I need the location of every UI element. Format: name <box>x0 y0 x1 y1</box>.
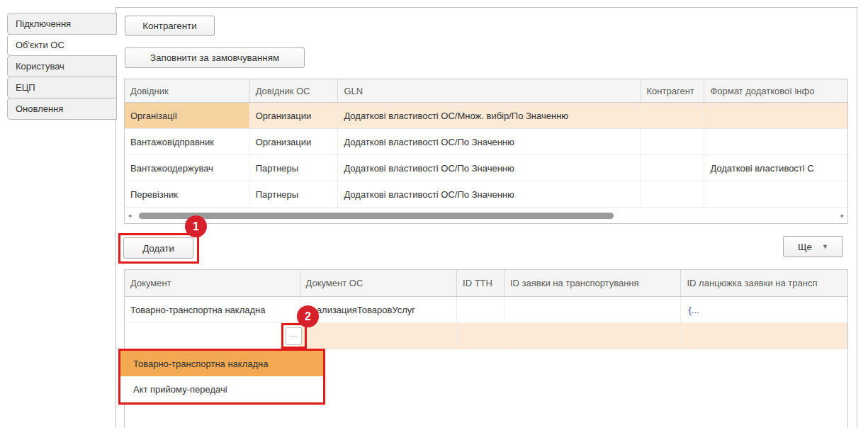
document-type-dropdown: Товарно-транспортна накладна Акт прийому… <box>120 351 323 402</box>
cell-document-os[interactable] <box>300 323 458 349</box>
horizontal-scrollbar[interactable]: ◄ ► <box>125 208 847 223</box>
cell-directory-os[interactable]: Организации <box>250 129 339 154</box>
cell-directory-os[interactable]: Партнеры <box>250 181 339 207</box>
dropdown-item-waybill[interactable]: Товарно-транспортна накладна <box>120 351 323 376</box>
dropdown-item-acceptance-act[interactable]: Акт прийому-передачі <box>120 376 323 402</box>
documents-table-header: Документ Документ ОС ID ТТН ID заявки на… <box>125 270 847 297</box>
fill-by-default-button[interactable]: Заповнити за замовчуванням <box>125 47 305 68</box>
cell-extra-info-format[interactable] <box>704 181 847 207</box>
column-header-id-transport-request[interactable]: ID заявки на транспортування <box>505 270 682 296</box>
cell-counterparty[interactable] <box>641 155 705 181</box>
column-header-document-os[interactable]: Документ ОС <box>300 270 458 296</box>
cell-id-ttn[interactable] <box>457 323 505 349</box>
cell-directory[interactable]: Вантажоодержувач <box>125 155 250 181</box>
cell-id-ttn[interactable] <box>457 297 505 322</box>
cell-counterparty[interactable] <box>641 181 705 207</box>
cell-extra-info-format[interactable]: Додаткові властивості С <box>704 155 847 181</box>
table-row-consignee[interactable]: Вантажоодержувач Партнеры Додаткові влас… <box>125 155 847 181</box>
column-header-directory-os[interactable]: Довідник ОС <box>250 79 339 102</box>
documents-table: Документ Документ ОС ID ТТН ID заявки на… <box>124 269 848 428</box>
table-row-new[interactable]: ... <box>125 323 847 349</box>
cell-gln[interactable]: Додаткові властивості ОС/По Значенню <box>338 129 641 154</box>
tab-digital-signature[interactable]: ЕЦП <box>7 77 117 98</box>
choose-value-button[interactable]: ... <box>286 327 302 345</box>
cell-gln[interactable]: Додаткові властивості ОС/По Значенню <box>338 181 641 207</box>
column-header-document[interactable]: Документ <box>125 270 300 296</box>
column-header-directory[interactable]: Довідник <box>125 79 250 102</box>
cell-document[interactable]: Товарно-транспортна накладна <box>125 297 300 322</box>
counterparties-button[interactable]: Контрагенти <box>125 16 215 36</box>
tab-user[interactable]: Користувач <box>7 55 117 77</box>
scrollbar-thumb[interactable] <box>139 213 614 219</box>
tab-connection[interactable]: Підключення <box>7 13 117 35</box>
cell-id-request-chain[interactable] <box>681 323 847 349</box>
cell-gln[interactable]: Додаткові властивості ОС/По Значенню <box>338 155 641 181</box>
cell-id-transport-request[interactable] <box>505 323 682 349</box>
column-header-extra-info-format[interactable]: Формат додаткової інфо <box>704 79 847 102</box>
table-row-shipper[interactable]: Вантажовідправник Организации Додаткові … <box>125 129 847 155</box>
cell-counterparty[interactable] <box>641 103 705 128</box>
cell-directory[interactable]: Організації <box>125 103 250 128</box>
cell-directory-os[interactable]: Организации <box>250 103 339 128</box>
annotation-step-2-badge: 2 <box>297 305 319 327</box>
cell-document-editing[interactable] <box>125 323 300 349</box>
table-row-waybill[interactable]: Товарно-транспортна накладна РеализацияТ… <box>125 297 847 323</box>
cell-document-os[interactable]: РеализацияТоваровУслуг <box>300 297 458 322</box>
directories-table-header: Довідник Довідник ОС GLN Контрагент Форм… <box>125 79 847 103</box>
cell-counterparty[interactable] <box>641 129 705 154</box>
column-header-id-ttn[interactable]: ID ТТН <box>457 270 505 296</box>
table-row-organizations[interactable]: Організації Организации Додаткові власти… <box>125 103 847 129</box>
column-header-counterparty[interactable]: Контрагент <box>641 79 705 102</box>
tab-os-objects[interactable]: Об'єкти ОС <box>7 34 117 56</box>
directories-table: Довідник Довідник ОС GLN Контрагент Форм… <box>124 79 848 224</box>
annotation-step-1-badge: 1 <box>185 215 207 237</box>
cell-gln[interactable]: Додаткові властивості ОС/Множ. вибір/По … <box>338 103 641 128</box>
add-button[interactable]: Додати <box>123 237 193 259</box>
column-header-gln[interactable]: GLN <box>338 79 641 102</box>
settings-tabs: Підключення Об'єкти ОС Користувач ЕЦП Он… <box>7 13 117 119</box>
cell-directory[interactable]: Вантажовідправник <box>125 129 250 154</box>
more-button[interactable]: Ще ▼ <box>783 236 843 257</box>
cell-id-transport-request[interactable] <box>505 297 682 322</box>
more-button-label: Ще <box>798 242 812 252</box>
cell-extra-info-format[interactable] <box>704 103 847 128</box>
cell-directory[interactable]: Перевізник <box>125 181 250 207</box>
tab-update[interactable]: Оновлення <box>7 98 117 120</box>
cell-directory-os[interactable]: Партнеры <box>250 155 339 181</box>
scroll-left-icon[interactable]: ◄ <box>125 213 135 219</box>
chevron-down-icon: ▼ <box>822 243 828 250</box>
table-row-carrier[interactable]: Перевізник Партнеры Додаткові властивост… <box>125 181 847 208</box>
cell-id-request-chain[interactable]: {... <box>681 297 847 322</box>
cell-extra-info-format[interactable] <box>704 129 847 154</box>
column-header-id-request-chain[interactable]: ID ланцюжка заявки на трансп <box>681 270 847 296</box>
scroll-right-icon[interactable]: ► <box>838 213 847 219</box>
